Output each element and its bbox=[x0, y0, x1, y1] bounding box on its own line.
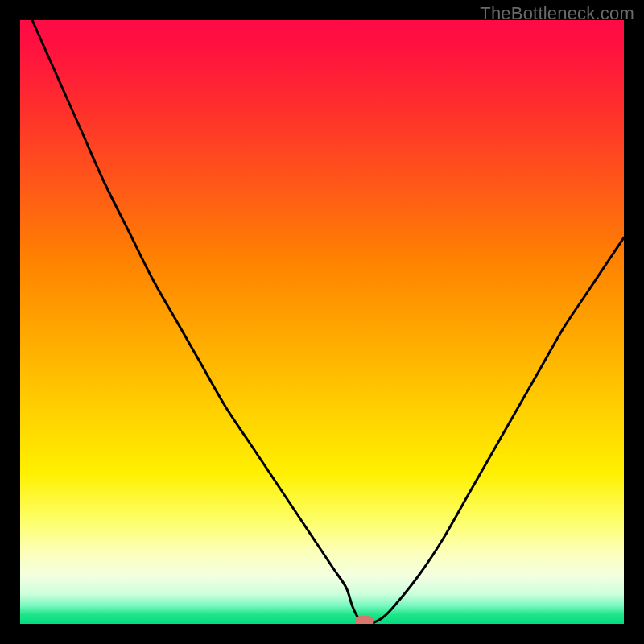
bottleneck-curve bbox=[32, 20, 624, 624]
chart-frame: TheBottleneck.com bbox=[0, 0, 644, 644]
curve-svg bbox=[20, 20, 624, 624]
minimum-marker bbox=[356, 616, 374, 624]
plot-area bbox=[20, 20, 624, 624]
